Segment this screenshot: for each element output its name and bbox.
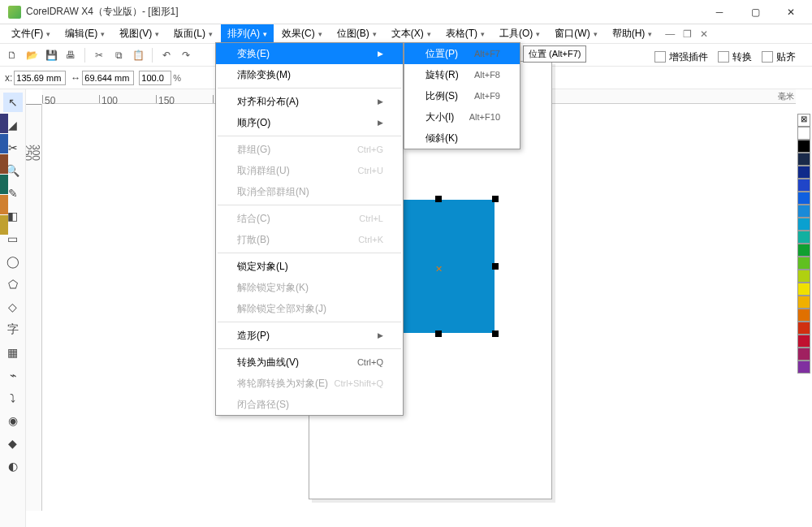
- title-bar: CorelDRAW X4（专业版）- [图形1] ─ ▢ ✕: [0, 0, 812, 24]
- menu-文件[interactable]: 文件(F)▾: [5, 24, 57, 43]
- menu-版面[interactable]: 版面(L)▾: [167, 24, 219, 43]
- vertical-ruler: 300250200150100500: [26, 104, 42, 511]
- arrange-item: 解除锁定全部对象(J): [216, 298, 403, 319]
- color-swatch[interactable]: [797, 127, 810, 140]
- arrange-item[interactable]: 对齐和分布(A)▶: [216, 91, 403, 112]
- menu-视图[interactable]: 视图(V)▾: [113, 24, 166, 43]
- color-swatch[interactable]: [797, 205, 810, 218]
- width-input[interactable]: [82, 71, 134, 85]
- maximize-button[interactable]: ▢: [737, 0, 773, 24]
- menu-帮助[interactable]: 帮助(H)▾: [606, 24, 659, 43]
- color-swatch[interactable]: [797, 283, 810, 296]
- snap-button[interactable]: 贴齐: [762, 50, 796, 64]
- print-icon[interactable]: 🖶: [63, 48, 78, 63]
- arrange-item: 打散(B)Ctrl+K: [216, 229, 403, 250]
- x-input[interactable]: [14, 71, 66, 85]
- color-palette: ⊠: [797, 114, 812, 374]
- snap-icon: [762, 51, 773, 63]
- arrange-item: 将轮廓转换为对象(E)Ctrl+Shift+Q: [216, 373, 403, 394]
- sel-handle-ne[interactable]: [492, 196, 499, 202]
- color-swatch[interactable]: [797, 179, 810, 192]
- mdi-restore-icon[interactable]: ❐: [683, 28, 692, 40]
- scale-x-input[interactable]: [139, 71, 171, 85]
- menu-位图[interactable]: 位图(B)▾: [330, 24, 383, 43]
- transform-submenu: 位置(P)Alt+F7旋转(R)Alt+F8比例(S)Alt+F9大小(I)Al…: [404, 42, 520, 149]
- arrange-item: 群组(G)Ctrl+G: [216, 139, 403, 160]
- color-swatch[interactable]: [797, 153, 810, 166]
- arrange-item[interactable]: 转换为曲线(V)Ctrl+Q: [216, 352, 403, 373]
- open-icon[interactable]: 📂: [24, 48, 39, 63]
- convert-icon: [718, 51, 729, 63]
- menu-编辑[interactable]: 编辑(E)▾: [58, 24, 111, 43]
- sel-handle-n[interactable]: [435, 196, 442, 202]
- arrange-item: 取消全部群组(N): [216, 181, 403, 202]
- tooltip: 位置 (Alt+F7): [523, 45, 586, 63]
- mdi-min-icon[interactable]: —: [665, 28, 675, 40]
- color-swatch[interactable]: [797, 322, 810, 335]
- sel-handle-e[interactable]: [492, 263, 499, 270]
- transform-item[interactable]: 倾斜(K): [404, 127, 520, 149]
- copy-icon[interactable]: ⧉: [111, 48, 126, 63]
- x-label: x:: [5, 72, 12, 84]
- menu-bar: 文件(F)▾编辑(E)▾视图(V)▾版面(L)▾排列(A)▾效果(C)▾位图(B…: [0, 24, 812, 44]
- transform-item[interactable]: 比例(S)Alt+F9: [404, 85, 520, 106]
- arrange-item: 结合(C)Ctrl+L: [216, 208, 403, 229]
- transform-item[interactable]: 大小(I)Alt+F10: [404, 106, 520, 127]
- color-swatch[interactable]: [797, 244, 810, 257]
- paste-icon[interactable]: 📋: [131, 48, 145, 63]
- menu-排列[interactable]: 排列(A)▾: [221, 24, 274, 43]
- color-swatch[interactable]: [797, 140, 810, 153]
- new-icon[interactable]: 🗋: [5, 48, 19, 63]
- cut-icon[interactable]: ✂: [92, 48, 106, 63]
- selection-center-icon: ✕: [435, 264, 443, 274]
- transform-item[interactable]: 旋转(R)Alt+F8: [404, 64, 520, 85]
- right-toolbar: 增强插件 转换 贴齐: [654, 45, 796, 68]
- arrange-item[interactable]: 顺序(O)▶: [216, 112, 403, 133]
- minimize-button[interactable]: ─: [702, 0, 737, 24]
- arrange-item[interactable]: 造形(P)▶: [216, 325, 403, 346]
- redo-icon[interactable]: ↷: [179, 48, 193, 63]
- arrange-item[interactable]: 清除变换(M): [216, 64, 403, 85]
- color-swatch[interactable]: [797, 270, 810, 283]
- color-swatch[interactable]: [797, 361, 810, 374]
- plugin-icon: [654, 51, 666, 63]
- convert-button[interactable]: 转换: [718, 50, 752, 64]
- menu-文本[interactable]: 文本(X)▾: [385, 24, 438, 43]
- app-logo-icon: [8, 6, 21, 19]
- color-swatch[interactable]: [797, 231, 810, 244]
- color-swatch[interactable]: [797, 309, 810, 322]
- sel-handle-se[interactable]: [492, 330, 499, 337]
- sel-handle-s[interactable]: [435, 330, 442, 337]
- left-decoration: [0, 114, 8, 527]
- transform-item[interactable]: 位置(P)Alt+F7: [404, 43, 520, 64]
- menu-窗口[interactable]: 窗口(W)▾: [548, 24, 603, 43]
- arrange-dropdown: 变换(E)▶清除变换(M)对齐和分布(A)▶顺序(O)▶群组(G)Ctrl+G取…: [215, 42, 404, 416]
- color-swatch[interactable]: [797, 166, 810, 179]
- color-swatch[interactable]: [797, 348, 810, 361]
- color-swatch[interactable]: [797, 218, 810, 231]
- plugin-button[interactable]: 增强插件: [654, 50, 708, 64]
- mdi-close-icon[interactable]: ✕: [700, 28, 708, 40]
- color-swatch[interactable]: [797, 192, 810, 205]
- arrange-item: 解除锁定对象(K): [216, 277, 403, 298]
- window-title: CorelDRAW X4（专业版）- [图形1]: [26, 5, 702, 19]
- close-button[interactable]: ✕: [773, 0, 809, 24]
- menu-工具[interactable]: 工具(O)▾: [493, 24, 546, 43]
- menu-表格[interactable]: 表格(T)▾: [439, 24, 491, 43]
- no-color-swatch[interactable]: ⊠: [797, 114, 810, 127]
- save-icon[interactable]: 💾: [44, 48, 58, 63]
- pick-tool[interactable]: ↖: [3, 93, 23, 112]
- arrange-item: 闭合路径(S): [216, 394, 403, 415]
- color-swatch[interactable]: [797, 296, 810, 309]
- width-icon: ↔: [71, 72, 80, 84]
- arrange-item[interactable]: 变换(E)▶: [216, 43, 403, 64]
- undo-icon[interactable]: ↶: [159, 48, 174, 63]
- color-swatch[interactable]: [797, 257, 810, 270]
- menu-效果[interactable]: 效果(C)▾: [275, 24, 329, 43]
- arrange-item[interactable]: 锁定对象(L): [216, 256, 403, 277]
- color-swatch[interactable]: [797, 335, 810, 348]
- arrange-item: 取消群组(U)Ctrl+U: [216, 160, 403, 181]
